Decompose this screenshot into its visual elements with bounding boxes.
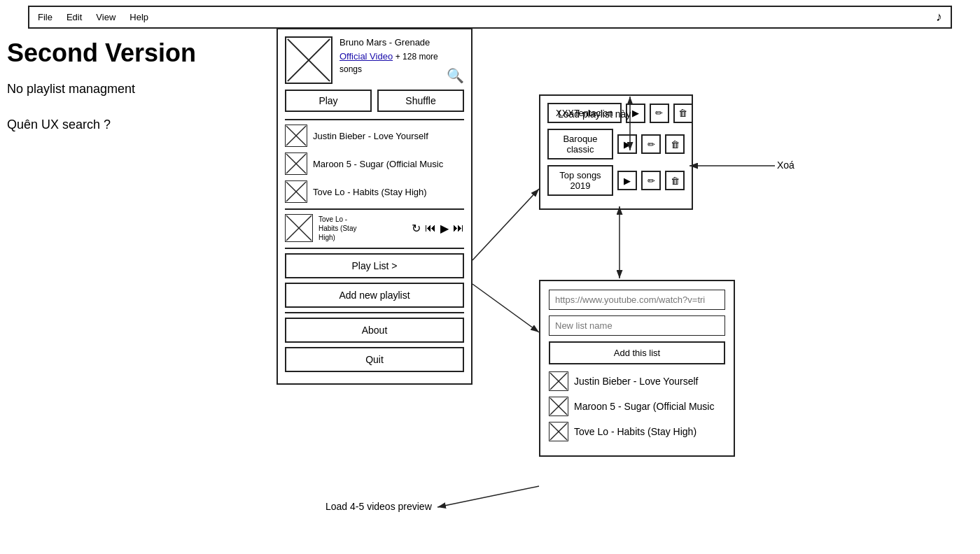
menu-file[interactable]: File bbox=[38, 12, 52, 22]
preview-thumb-2 bbox=[549, 397, 568, 416]
play-pause-icon[interactable]: ▶ bbox=[440, 222, 449, 235]
now-playing-info: Tove Lo - Habits (Stay High) bbox=[318, 215, 406, 242]
now-playing-bar: Tove Lo - Habits (Stay High) ↻ ⏮ ▶ ⏭ bbox=[285, 208, 464, 242]
song-name-1: Justin Bieber - Love Yourself bbox=[313, 131, 428, 141]
url-input[interactable] bbox=[549, 290, 725, 310]
search-icon[interactable]: 🔍 bbox=[447, 67, 464, 84]
repeat-icon[interactable]: ↻ bbox=[412, 222, 421, 235]
about-button[interactable]: About bbox=[285, 318, 464, 343]
add-new-playlist-button[interactable]: Add new playlist bbox=[285, 283, 464, 308]
playlist-row-2: Baroque classic ▶ ✏ 🗑 bbox=[547, 129, 685, 159]
playlist-name-3[interactable]: Top songs 2019 bbox=[547, 165, 613, 196]
menu-view[interactable]: View bbox=[96, 12, 115, 22]
player-panel: Bruno Mars - Grenade Official Video + 12… bbox=[276, 28, 472, 385]
delete-label: Xoá bbox=[777, 159, 794, 171]
music-icon: ♪ bbox=[936, 10, 942, 24]
song-thumb-3 bbox=[285, 180, 307, 203]
left-panel: Second Version No playlist managment Quê… bbox=[7, 38, 196, 132]
preview-song-name-3: Tove Lo - Habits (Stay High) bbox=[574, 426, 696, 437]
song-list: Justin Bieber - Love Yourself Maroon 5 -… bbox=[285, 119, 464, 203]
svg-line-19 bbox=[472, 284, 539, 332]
now-playing-thumb bbox=[285, 214, 313, 242]
song-title: Bruno Mars - Grenade bbox=[340, 36, 440, 49]
menubar: File Edit View Help ♪ bbox=[28, 6, 952, 29]
now-playing-sub2: High) bbox=[318, 233, 406, 242]
edit-playlist-3[interactable]: ✏ bbox=[641, 171, 661, 190]
menu-help[interactable]: Help bbox=[130, 12, 148, 22]
play-playlist-3[interactable]: ▶ bbox=[617, 171, 637, 190]
edit-playlist-1[interactable]: ✏ bbox=[650, 104, 669, 123]
quen-ux-label: Quên UX search ? bbox=[7, 118, 196, 132]
preview-list-item[interactable]: Justin Bieber - Love Yourself bbox=[549, 371, 725, 391]
preview-thumb-3 bbox=[549, 422, 568, 441]
page-title: Second Version bbox=[7, 38, 196, 68]
delete-playlist-2[interactable]: 🗑 bbox=[665, 134, 685, 154]
load-preview-label: Load 4-5 videos preview bbox=[326, 501, 432, 512]
new-list-name-input[interactable] bbox=[549, 315, 725, 336]
now-playing-controls: ↻ ⏮ ▶ ⏭ bbox=[412, 222, 464, 235]
add-list-button[interactable]: Add this list bbox=[549, 341, 725, 364]
song-thumb-2 bbox=[285, 152, 307, 175]
preview-list-item[interactable]: Tove Lo - Habits (Stay High) bbox=[549, 422, 725, 441]
list-item[interactable]: Tove Lo - Habits (Stay High) bbox=[285, 180, 464, 203]
play-playlist-2[interactable]: ▶ bbox=[617, 134, 637, 154]
song-info: Bruno Mars - Grenade Official Video + 12… bbox=[340, 36, 440, 76]
svg-line-18 bbox=[472, 189, 539, 260]
now-playing-sub: Habits (Stay bbox=[318, 224, 406, 233]
no-playlist-label: No playlist managment bbox=[7, 82, 196, 97]
svg-line-25 bbox=[438, 486, 539, 507]
load-playlist-label: Load playlist này bbox=[558, 108, 631, 120]
player-header: Bruno Mars - Grenade Official Video + 12… bbox=[285, 36, 464, 84]
player-thumbnail bbox=[285, 36, 332, 84]
add-playlist-panel: Add this list Justin Bieber - Love Yours… bbox=[539, 280, 735, 457]
playlist-button[interactable]: Play List > bbox=[285, 253, 464, 278]
player-controls-top: Play Shuffle bbox=[285, 90, 464, 112]
preview-list-item[interactable]: Maroon 5 - Sugar (Official Music bbox=[549, 397, 725, 416]
next-icon[interactable]: ⏭ bbox=[453, 222, 464, 234]
playlist-row-3: Top songs 2019 ▶ ✏ 🗑 bbox=[547, 165, 685, 196]
quit-button[interactable]: Quit bbox=[285, 347, 464, 372]
song-name-3: Tove Lo - Habits (Stay High) bbox=[313, 187, 427, 197]
play-button[interactable]: Play bbox=[285, 90, 372, 112]
shuffle-button[interactable]: Shuffle bbox=[377, 90, 464, 112]
list-item[interactable]: Maroon 5 - Sugar (Official Music bbox=[285, 152, 464, 175]
prev-icon[interactable]: ⏮ bbox=[425, 222, 436, 234]
now-playing-title: Tove Lo - bbox=[318, 215, 406, 224]
delete-playlist-3[interactable]: 🗑 bbox=[665, 171, 685, 190]
playlist-name-2[interactable]: Baroque classic bbox=[547, 129, 613, 159]
preview-thumb-1 bbox=[549, 371, 568, 391]
delete-playlist-1[interactable]: 🗑 bbox=[673, 104, 693, 123]
preview-song-name-1: Justin Bieber - Love Yourself bbox=[574, 376, 698, 387]
menu-edit[interactable]: Edit bbox=[66, 12, 82, 22]
song-name-2: Maroon 5 - Sugar (Official Music bbox=[313, 159, 443, 169]
bottom-menu: Play List > Add new playlist About Quit bbox=[285, 248, 464, 372]
song-link[interactable]: Official Video bbox=[340, 51, 393, 62]
song-thumb-1 bbox=[285, 125, 307, 147]
preview-song-name-2: Maroon 5 - Sugar (Official Music bbox=[574, 401, 714, 412]
edit-playlist-2[interactable]: ✏ bbox=[641, 134, 661, 154]
menu-btn-group: About Quit bbox=[285, 312, 464, 372]
list-item[interactable]: Justin Bieber - Love Yourself bbox=[285, 125, 464, 147]
